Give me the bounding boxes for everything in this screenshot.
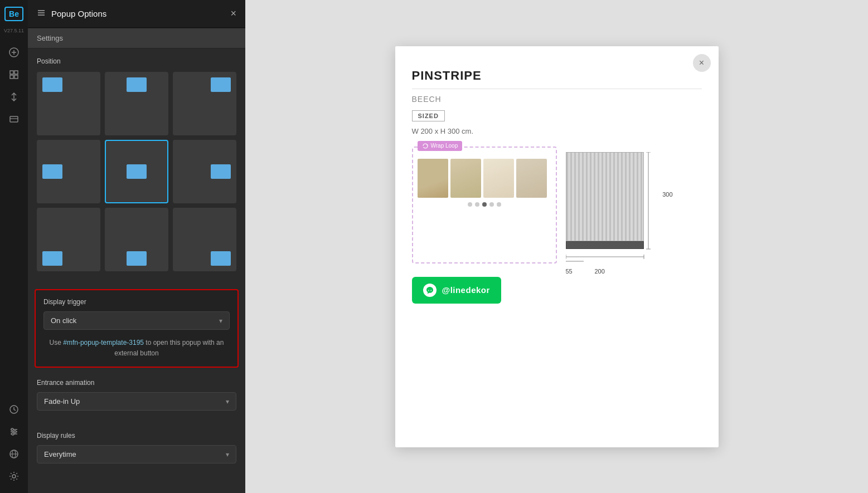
hash-link[interactable]: #mfn-popup-template-3195 xyxy=(63,339,144,346)
display-rules-dropdown[interactable]: Everytime ▾ xyxy=(37,445,236,463)
main-content: × PINSTRIPE BEECH SIZED W 200 x H 300 cm… xyxy=(245,0,868,493)
settings-section: Settings xyxy=(28,28,245,48)
dot-5 xyxy=(497,202,501,207)
popup-close-button[interactable]: × xyxy=(693,54,711,72)
pos-indicator-mr xyxy=(211,164,231,179)
position-section: Position xyxy=(28,48,245,285)
pos-indicator-bl xyxy=(42,251,62,266)
display-rules-value: Everytime xyxy=(44,450,76,458)
dot-2 xyxy=(475,202,479,207)
animation-dropdown[interactable]: Fade-in Up ▾ xyxy=(37,392,236,411)
gear-icon[interactable] xyxy=(4,466,24,486)
app-logo: Be xyxy=(4,7,23,21)
sliders-icon[interactable] xyxy=(4,422,24,442)
position-middle-right[interactable] xyxy=(173,140,236,203)
icon-bar: Be V27.5.11 xyxy=(0,0,28,493)
image-carousel: Wrap Loop xyxy=(412,147,557,263)
rules-chevron-icon: ▾ xyxy=(226,451,229,458)
carousel-dots xyxy=(418,202,551,207)
pos-indicator-tc xyxy=(127,77,147,92)
position-bottom-right[interactable] xyxy=(173,208,236,271)
position-grid xyxy=(37,72,236,271)
animation-label: Entrance animation xyxy=(37,379,236,387)
arrows-icon[interactable] xyxy=(4,87,24,107)
carousel-image-4 xyxy=(516,159,547,198)
app-version: V27.5.11 xyxy=(4,28,24,33)
line-button[interactable]: @linedekor xyxy=(412,277,501,304)
dim-bottom-strip xyxy=(566,241,644,249)
animation-value: Fade-in Up xyxy=(44,397,80,406)
globe-icon[interactable] xyxy=(4,444,24,464)
carousel-image-2 xyxy=(450,159,481,198)
carousel-area: Wrap Loop xyxy=(412,147,702,263)
dim-label-55: 55 xyxy=(566,268,573,275)
svg-rect-4 xyxy=(14,71,18,74)
svg-point-20 xyxy=(12,475,16,478)
pos-indicator-bc xyxy=(127,251,147,266)
svg-point-14 xyxy=(11,428,13,431)
animation-section: Entrance animation Fade-in Up ▾ xyxy=(28,372,245,425)
carousel-image-1 xyxy=(418,159,448,198)
panel-title: Popup Options xyxy=(51,9,225,18)
trigger-label: Display trigger xyxy=(43,298,230,306)
svg-point-16 xyxy=(12,433,14,435)
position-middle-left[interactable] xyxy=(37,140,100,203)
position-label: Position xyxy=(37,57,236,65)
animation-chevron-icon: ▾ xyxy=(226,398,229,406)
svg-rect-6 xyxy=(14,75,18,79)
line-icon xyxy=(423,284,437,297)
pos-indicator-mc xyxy=(127,164,147,179)
dot-4 xyxy=(489,202,494,207)
svg-rect-5 xyxy=(10,75,13,79)
line-handle: @linedekor xyxy=(442,285,490,295)
divider xyxy=(412,89,702,89)
display-rules-label: Display rules xyxy=(37,432,236,440)
position-top-left[interactable] xyxy=(37,72,100,135)
dim-label-300: 300 xyxy=(662,191,672,198)
display-rules-section: Display rules Everytime ▾ xyxy=(28,425,245,478)
position-bottom-left[interactable] xyxy=(37,208,100,271)
dim-main-rect xyxy=(566,152,644,241)
wrap-loop-badge: Wrap Loop xyxy=(418,141,463,151)
chevron-down-icon: ▾ xyxy=(219,317,222,325)
product-title: PINSTRIPE xyxy=(412,69,702,83)
product-dimensions: W 200 x H 300 cm. xyxy=(412,127,702,135)
pos-indicator-tl xyxy=(42,77,62,92)
carousel-images xyxy=(418,159,551,198)
svg-point-15 xyxy=(14,431,16,433)
dimension-box: 300 200 55 xyxy=(566,152,655,263)
panel-header: Popup Options × xyxy=(28,0,245,28)
layout-icon[interactable] xyxy=(4,65,24,85)
history-icon[interactable] xyxy=(4,399,24,419)
dot-3 xyxy=(482,202,487,207)
product-subtitle: BEECH xyxy=(412,95,702,104)
trigger-info: Use #mfn-popup-template-3195 to open thi… xyxy=(43,338,230,359)
pos-indicator-ml xyxy=(42,164,62,179)
svg-rect-8 xyxy=(10,116,18,122)
panel-settings-icon xyxy=(37,8,46,19)
position-top-right[interactable] xyxy=(173,72,236,135)
wrap-loop-label: Wrap Loop xyxy=(431,143,458,149)
product-badge: SIZED xyxy=(412,110,445,121)
pos-indicator-br xyxy=(211,251,231,266)
layers-icon[interactable] xyxy=(4,109,24,129)
display-trigger-section: Display trigger On click ▾ Use #mfn-popu… xyxy=(35,289,239,368)
popup-preview-card: × PINSTRIPE BEECH SIZED W 200 x H 300 cm… xyxy=(395,46,719,447)
trigger-dropdown[interactable]: On click ▾ xyxy=(43,311,230,330)
dot-1 xyxy=(468,202,472,207)
dimension-diagram: 300 200 55 xyxy=(566,147,702,263)
position-bottom-center[interactable] xyxy=(105,208,168,271)
panel-close-button[interactable]: × xyxy=(230,8,236,19)
position-top-center[interactable] xyxy=(105,72,168,135)
dim-label-200: 200 xyxy=(595,268,605,275)
carousel-image-3 xyxy=(483,159,514,198)
pos-indicator-tr xyxy=(211,77,231,92)
add-icon[interactable] xyxy=(4,42,24,62)
options-panel: Popup Options × Settings Position xyxy=(28,0,245,493)
trigger-value: On click xyxy=(51,316,76,325)
position-middle-center[interactable] xyxy=(105,140,168,203)
svg-rect-3 xyxy=(10,71,13,74)
